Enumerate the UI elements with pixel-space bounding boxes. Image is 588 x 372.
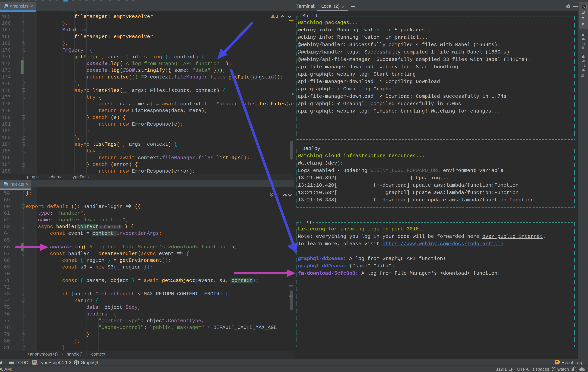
- svg-text:1: 1: [276, 14, 278, 19]
- svg-text:TS: TS: [4, 184, 7, 186]
- svg-text:TS: TS: [5, 6, 7, 8]
- svg-text:?: ?: [581, 367, 583, 370]
- svg-text:1: 1: [277, 192, 279, 197]
